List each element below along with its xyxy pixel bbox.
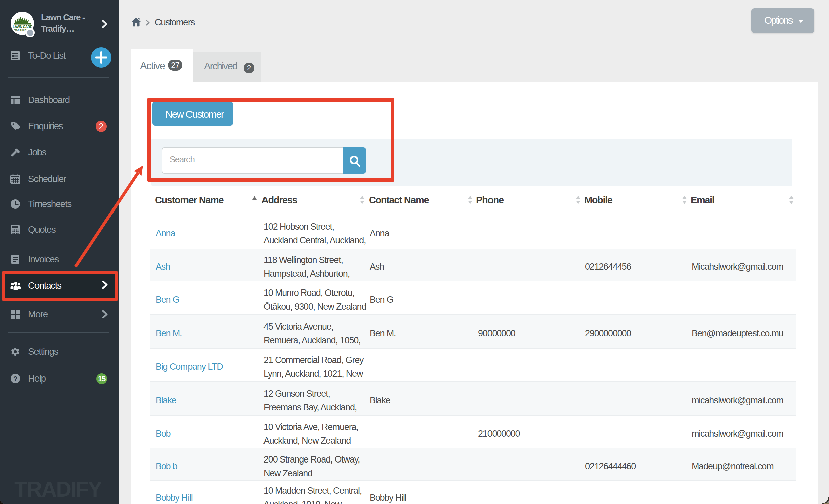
- svg-text:?: ?: [13, 375, 17, 382]
